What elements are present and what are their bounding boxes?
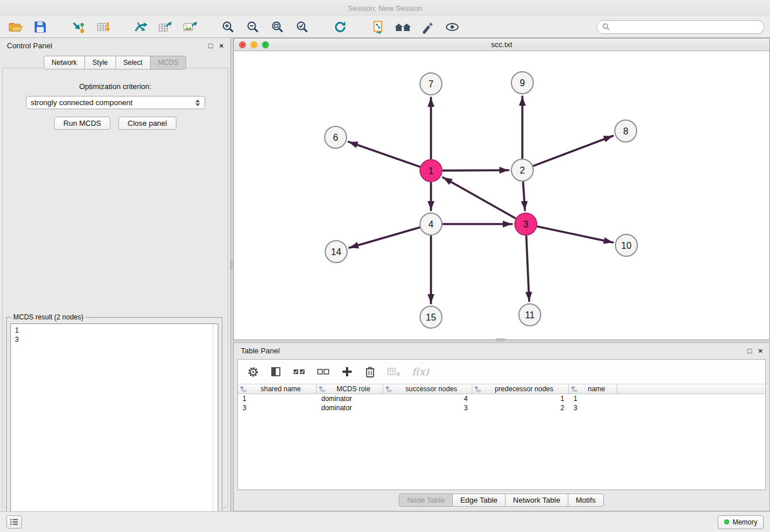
table-row[interactable]: 1dominator411 [238, 394, 765, 403]
control-panel: Control Panel □ × NetworkStyleSelectMCDS… [0, 38, 231, 511]
edge-4-14[interactable] [349, 228, 419, 248]
tab-network[interactable]: Network [44, 56, 85, 70]
zoom-fit-button[interactable] [268, 18, 287, 36]
mcds-result-legend: MCDS result (2 nodes) [11, 313, 85, 321]
node-4[interactable]: 4 [420, 213, 442, 235]
table-cell[interactable]: dominator [317, 404, 383, 412]
memory-button[interactable]: Memory [718, 515, 764, 529]
table-row[interactable]: 3dominator323 [238, 403, 765, 413]
column-header-predecessor-nodes[interactable]: predecessor nodes [472, 384, 569, 394]
tab-network-table[interactable]: Network Table [505, 494, 568, 507]
node-11[interactable]: 11 [519, 304, 541, 326]
close-table-panel-icon[interactable]: × [758, 347, 763, 354]
run-mcds-button[interactable]: Run MCDS [54, 117, 110, 130]
minimize-window-icon[interactable]: − [251, 41, 257, 48]
node-14[interactable]: 14 [325, 241, 347, 263]
create-column-button[interactable] [341, 365, 353, 378]
column-header-shared-name[interactable]: shared name [238, 384, 317, 394]
deselect-all-columns-button[interactable] [317, 366, 330, 377]
statusbar: Memory [0, 511, 770, 532]
maximize-window-icon[interactable]: + [262, 41, 269, 48]
table-settings-button[interactable] [247, 366, 259, 378]
export-image-button[interactable] [180, 18, 200, 36]
close-panel-icon[interactable]: × [219, 42, 224, 49]
network-canvas[interactable]: 7968124314101511 [234, 51, 769, 340]
edge-2-8[interactable] [534, 136, 613, 166]
export-network-button[interactable] [131, 18, 151, 36]
home-layout-button[interactable] [393, 18, 413, 36]
search-box[interactable] [596, 20, 764, 34]
close-window-icon[interactable]: × [239, 41, 246, 48]
table-panel: Table Panel □ × [233, 342, 770, 511]
column-header-name[interactable]: name [569, 384, 617, 394]
open-session-button[interactable] [6, 18, 25, 36]
node-7[interactable]: 7 [420, 73, 442, 95]
gear-icon [247, 366, 259, 378]
zoom-out-button[interactable] [243, 18, 263, 36]
zoom-selected-button[interactable] [292, 18, 312, 36]
node-9[interactable]: 9 [511, 72, 533, 94]
table-cell[interactable]: 3 [238, 404, 317, 412]
sort-icon [319, 386, 325, 392]
node-6[interactable]: 6 [325, 126, 346, 148]
table-cell[interactable]: 1 [569, 395, 617, 403]
style-button[interactable] [418, 18, 437, 36]
criterion-dropdown[interactable]: strongly connected component [26, 96, 205, 109]
float-table-panel-icon[interactable]: □ [748, 347, 752, 354]
close-panel-button[interactable]: Close panel [118, 117, 176, 130]
delete-columns-button[interactable] [364, 365, 376, 378]
edge-3-10[interactable] [538, 226, 613, 242]
edge-3-1[interactable] [443, 178, 515, 218]
edge-2-3[interactable] [523, 182, 525, 210]
mcds-panel: Optimization criterion: strongly connect… [2, 68, 228, 508]
edge-3-11[interactable] [526, 236, 529, 301]
save-session-button[interactable] [30, 18, 50, 36]
svg-text:6: 6 [333, 133, 338, 142]
svg-text:4: 4 [429, 219, 434, 229]
node-15[interactable]: 15 [420, 306, 442, 328]
tab-style[interactable]: Style [84, 56, 116, 70]
splitter-handle-horizontal[interactable] [495, 338, 506, 341]
tab-node-table[interactable]: Node Table [399, 494, 453, 507]
svg-text:15: 15 [426, 313, 436, 322]
export-table-button[interactable] [156, 18, 175, 36]
delete-table-icon [387, 366, 401, 377]
column-header-successor-nodes[interactable]: successor nodes [383, 384, 472, 394]
result-scrollbar[interactable] [213, 324, 218, 526]
svg-text:14: 14 [331, 247, 341, 257]
node-10[interactable]: 10 [615, 234, 637, 256]
column-header-MCDS-role[interactable]: MCDS role [317, 384, 383, 394]
table-tabs: Node TableEdge TableNetwork TableMotifs [234, 494, 769, 507]
table-cell[interactable]: dominator [317, 395, 383, 403]
float-panel-icon[interactable]: □ [209, 42, 213, 49]
node-1[interactable]: 1 [420, 160, 442, 182]
table-cell[interactable]: 2 [472, 404, 569, 412]
table-cell[interactable]: 3 [569, 404, 617, 412]
import-table-button[interactable] [93, 18, 113, 36]
table-cell[interactable]: 3 [383, 404, 472, 412]
tab-mcds[interactable]: MCDS [150, 56, 186, 70]
tab-select[interactable]: Select [116, 56, 151, 70]
zoom-in-button[interactable] [218, 18, 238, 36]
tab-edge-table[interactable]: Edge Table [452, 494, 506, 507]
table-cell[interactable]: 1 [238, 395, 317, 403]
node-2[interactable]: 2 [511, 159, 533, 181]
table-cell[interactable]: 4 [383, 395, 472, 403]
edge-1-6[interactable] [349, 142, 420, 167]
table-cell[interactable]: 1 [472, 395, 569, 403]
select-all-columns-button[interactable] [292, 366, 306, 377]
edge-1-2[interactable] [443, 170, 509, 171]
sort-icon [475, 386, 481, 392]
dropdown-stepper-icon [195, 99, 200, 106]
node-8[interactable]: 8 [615, 120, 637, 142]
refresh-layout-button[interactable] [330, 18, 350, 36]
show-columns-button[interactable] [270, 366, 282, 377]
node-3[interactable]: 3 [515, 213, 537, 235]
import-network-button[interactable] [68, 18, 88, 36]
splitter-handle-vertical[interactable] [230, 260, 233, 270]
show-graphics-button[interactable] [442, 18, 462, 36]
search-input[interactable] [613, 23, 759, 31]
tab-motifs[interactable]: Motifs [568, 494, 604, 507]
clone-network-button[interactable] [368, 18, 388, 36]
task-history-button[interactable] [6, 515, 22, 529]
